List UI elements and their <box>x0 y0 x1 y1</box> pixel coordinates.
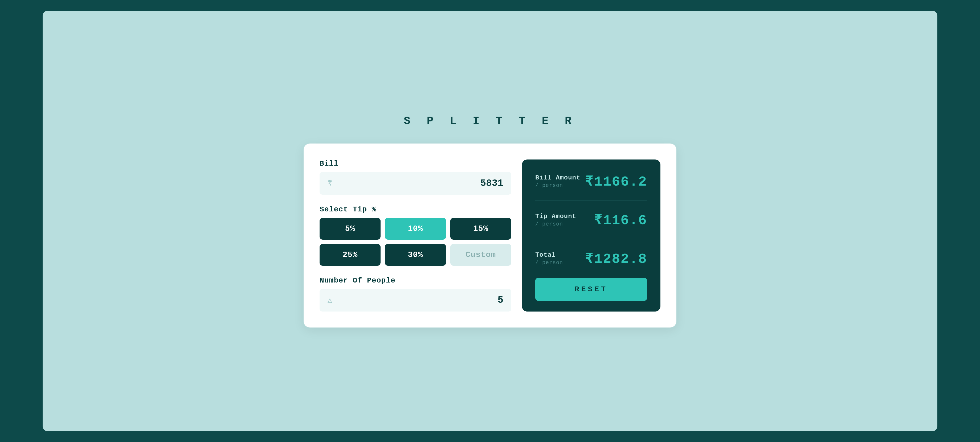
tip-amount-value: ₹116.6 <box>594 211 647 229</box>
people-section: Number Of People △ <box>320 277 511 312</box>
tip-amount-sub: / person <box>535 221 576 227</box>
tip-btn-15[interactable]: 15% <box>450 218 511 240</box>
person-icon: △ <box>328 296 332 305</box>
app-title: S P L I T T E R <box>404 115 576 127</box>
total-sub: / person <box>535 259 563 266</box>
people-input[interactable] <box>332 295 503 306</box>
bill-input[interactable] <box>332 178 503 189</box>
left-panel: Bill ₹ Select Tip % 5% 10% 15% 25% 30% C… <box>320 159 511 312</box>
tip-amount-row: Tip Amount / person ₹116.6 <box>535 211 647 229</box>
bill-input-wrapper: ₹ <box>320 172 511 195</box>
total-label: Total <box>535 251 563 259</box>
reset-button[interactable]: RESET <box>535 278 647 301</box>
total-label-group: Total / person <box>535 251 563 266</box>
total-value: ₹1282.8 <box>585 250 647 267</box>
bill-amount-value: ₹1166.2 <box>585 173 647 190</box>
bill-amount-row: Bill Amount / person ₹1166.2 <box>535 173 647 190</box>
tip-label: Select Tip % <box>320 205 511 213</box>
tip-amount-label: Tip Amount <box>535 213 576 220</box>
results-area: Bill Amount / person ₹1166.2 Tip Amount … <box>535 173 647 267</box>
outer-frame: S P L I T T E R Bill ₹ Select Tip % 5% 1… <box>43 11 937 431</box>
bill-amount-label-group: Bill Amount / person <box>535 174 580 189</box>
total-row: Total / person ₹1282.8 <box>535 250 647 267</box>
currency-icon: ₹ <box>328 179 332 188</box>
bill-section: Bill ₹ <box>320 159 511 195</box>
tip-btn-30[interactable]: 30% <box>385 244 446 266</box>
bill-amount-label: Bill Amount <box>535 174 580 181</box>
people-input-wrapper: △ <box>320 289 511 312</box>
tip-btn-25[interactable]: 25% <box>320 244 380 266</box>
tip-buttons-grid: 5% 10% 15% 25% 30% Custom <box>320 218 511 266</box>
tip-btn-custom[interactable]: Custom <box>450 244 511 266</box>
divider-1 <box>535 200 647 201</box>
right-panel: Bill Amount / person ₹1166.2 Tip Amount … <box>522 159 660 312</box>
main-card: Bill ₹ Select Tip % 5% 10% 15% 25% 30% C… <box>304 143 676 328</box>
tip-btn-10[interactable]: 10% <box>385 218 446 240</box>
bill-label: Bill <box>320 159 511 168</box>
bill-amount-sub: / person <box>535 182 580 189</box>
tip-section: Select Tip % 5% 10% 15% 25% 30% Custom <box>320 205 511 266</box>
tip-amount-label-group: Tip Amount / person <box>535 213 576 227</box>
tip-btn-5[interactable]: 5% <box>320 218 380 240</box>
people-label: Number Of People <box>320 277 511 285</box>
